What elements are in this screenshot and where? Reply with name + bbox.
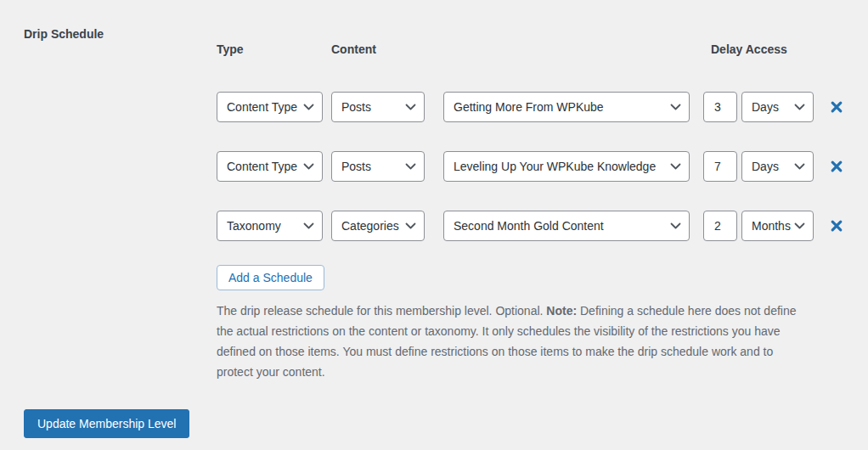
- type-select[interactable]: Content Type: [217, 92, 323, 122]
- column-header-type: Type: [217, 42, 331, 56]
- type-select-value: Content Type: [227, 160, 297, 173]
- item-select-value: Leveling Up Your WPKube Knowledge: [454, 160, 656, 173]
- chevron-down-icon: [303, 222, 314, 229]
- delay-value-input[interactable]: [703, 211, 737, 241]
- chevron-down-icon: [670, 163, 681, 170]
- remove-schedule-button[interactable]: [828, 158, 845, 175]
- content-select[interactable]: Posts: [331, 92, 425, 122]
- type-select-value: Taxonomy: [227, 219, 281, 233]
- description-text: The drip release schedule for this membe…: [217, 301, 804, 382]
- delay-value-input[interactable]: [703, 92, 737, 122]
- schedule-row: Content Type Posts Leveling Up Your WPKu…: [217, 151, 862, 182]
- delay-value-input[interactable]: [703, 151, 737, 182]
- description-note-label: Note:: [546, 304, 577, 318]
- delay-unit-select[interactable]: Months: [741, 211, 814, 241]
- schedule-row: Content Type Posts Getting More From WPK…: [217, 92, 862, 122]
- delay-unit-select-value: Months: [752, 219, 791, 233]
- delay-unit-select[interactable]: Days: [741, 151, 814, 182]
- column-header-content: Content: [331, 42, 711, 56]
- chevron-down-icon: [794, 163, 805, 170]
- type-select-value: Content Type: [227, 100, 297, 114]
- drip-schedule-form-row: Drip Schedule Type Content Delay Access …: [24, 25, 868, 382]
- chevron-down-icon: [405, 163, 416, 170]
- chevron-down-icon: [405, 222, 416, 229]
- chevron-down-icon: [670, 104, 681, 110]
- content-select[interactable]: Categories: [331, 211, 425, 241]
- chevron-down-icon: [303, 104, 314, 110]
- delay-unit-select-value: Days: [752, 160, 779, 173]
- schedule-row: Taxonomy Categories Second Month Gold Co…: [217, 211, 862, 241]
- type-select[interactable]: Taxonomy: [217, 211, 323, 241]
- content-select-value: Posts: [341, 100, 371, 114]
- add-schedule-button[interactable]: Add a Schedule: [217, 265, 324, 290]
- x-icon: [830, 100, 843, 114]
- delay-unit-select[interactable]: Days: [741, 92, 814, 122]
- section-label: Drip Schedule: [24, 25, 217, 382]
- drip-schedule-editor: Type Content Delay Access Content Type P…: [217, 25, 862, 382]
- x-icon: [830, 219, 843, 233]
- chevron-down-icon: [303, 163, 314, 170]
- column-headers: Type Content Delay Access: [217, 42, 862, 56]
- item-select-value: Getting More From WPKube: [454, 100, 604, 114]
- item-select[interactable]: Getting More From WPKube: [443, 92, 690, 122]
- item-select[interactable]: Second Month Gold Content: [443, 211, 690, 241]
- delay-unit-select-value: Days: [752, 100, 779, 114]
- update-membership-level-button[interactable]: Update Membership Level: [24, 409, 189, 438]
- type-select[interactable]: Content Type: [217, 151, 323, 182]
- chevron-down-icon: [405, 104, 416, 110]
- chevron-down-icon: [794, 222, 805, 229]
- content-select-value: Posts: [341, 160, 371, 173]
- item-select[interactable]: Leveling Up Your WPKube Knowledge: [443, 151, 690, 182]
- drip-schedule-settings-page: Drip Schedule Type Content Delay Access …: [0, 0, 868, 450]
- x-icon: [830, 160, 843, 173]
- content-select[interactable]: Posts: [331, 151, 425, 182]
- description-before-note: The drip release schedule for this membe…: [217, 304, 546, 318]
- chevron-down-icon: [794, 104, 805, 110]
- content-select-value: Categories: [341, 219, 399, 233]
- item-select-value: Second Month Gold Content: [454, 219, 604, 233]
- remove-schedule-button[interactable]: [828, 98, 845, 115]
- remove-schedule-button[interactable]: [828, 217, 845, 234]
- column-header-delay-access: Delay Access: [711, 42, 787, 56]
- chevron-down-icon: [670, 222, 681, 229]
